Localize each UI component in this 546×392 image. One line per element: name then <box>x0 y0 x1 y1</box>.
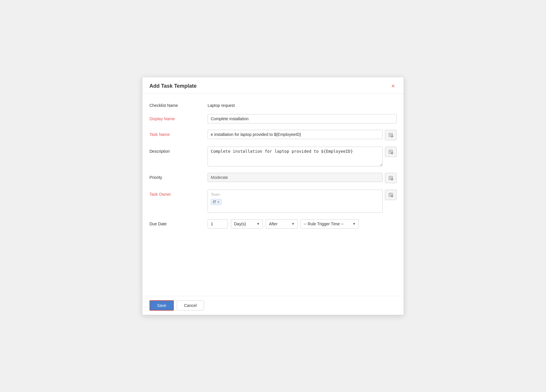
due-date-wrap: Day(s) Week(s) Month(s) ▼ After Before ▼ <box>208 219 397 229</box>
template-icon <box>388 175 393 181</box>
due-date-direction-wrap: After Before ▼ <box>266 219 298 229</box>
checklist-name-row: Checklist Name Laptop request <box>149 101 397 108</box>
task-owner-template-icon-btn[interactable] <box>385 190 397 200</box>
modal-header: Add Task Template × <box>142 77 404 94</box>
cancel-button[interactable]: Cancel <box>177 301 204 310</box>
template-icon <box>388 192 393 197</box>
due-date-row: Due Date Day(s) Week(s) Month(s) ▼ After… <box>149 219 397 229</box>
task-name-row: Task Name <box>149 130 397 140</box>
task-owner-wrap: Team IT × <box>208 190 397 213</box>
task-name-input[interactable] <box>208 130 383 139</box>
modal-title: Add Task Template <box>149 83 197 89</box>
task-name-template-icon-btn[interactable] <box>385 130 397 140</box>
due-date-direction-select[interactable]: After Before <box>266 219 298 229</box>
body-spacer <box>149 235 397 287</box>
display-name-row: Display Name <box>149 114 397 123</box>
description-row: Description Complete installation for la… <box>149 147 397 166</box>
due-date-label: Due Date <box>149 219 208 226</box>
checklist-name-label: Checklist Name <box>149 101 208 108</box>
display-name-input[interactable] <box>208 114 397 123</box>
task-name-wrap <box>208 130 397 140</box>
task-owner-label: Task Owner <box>149 190 208 197</box>
task-owner-row: Task Owner Team IT × <box>149 190 397 213</box>
due-date-trigger-wrap: -- Rule Trigger Time -- ▼ <box>301 219 359 229</box>
save-button[interactable]: Save <box>149 300 174 311</box>
description-wrap: Complete installation for laptop provide… <box>208 147 397 166</box>
description-label: Description <box>149 147 208 154</box>
close-button[interactable]: × <box>390 82 397 89</box>
template-icon <box>388 132 393 138</box>
display-name-wrap <box>208 114 397 123</box>
due-date-unit-select[interactable]: Day(s) Week(s) Month(s) <box>231 219 263 229</box>
priority-template-icon-btn[interactable] <box>385 173 397 183</box>
priority-label: Priority <box>149 173 208 180</box>
it-tag-label: IT <box>213 200 216 204</box>
modal-footer: Save Cancel <box>142 296 404 315</box>
modal-body: Checklist Name Laptop request Display Na… <box>142 94 404 296</box>
due-date-unit-wrap: Day(s) Week(s) Month(s) ▼ <box>231 219 263 229</box>
due-date-number-input[interactable] <box>208 219 228 229</box>
priority-input[interactable] <box>208 173 383 182</box>
it-tag[interactable]: IT × <box>211 199 222 205</box>
priority-wrap <box>208 173 397 183</box>
description-input[interactable]: Complete installation for laptop provide… <box>208 147 383 166</box>
task-name-label: Task Name <box>149 130 208 137</box>
display-name-label: Display Name <box>149 114 208 121</box>
priority-row: Priority <box>149 173 397 183</box>
checklist-name-value: Laptop request <box>208 101 235 108</box>
template-icon <box>388 149 393 154</box>
description-template-icon-btn[interactable] <box>385 147 397 157</box>
due-date-trigger-select[interactable]: -- Rule Trigger Time -- <box>301 219 359 229</box>
checklist-name-value-wrap: Laptop request <box>208 101 397 108</box>
task-owner-team-label: Team <box>211 192 379 197</box>
add-task-template-modal: Add Task Template × Checklist Name Lapto… <box>142 77 404 315</box>
task-owner-box[interactable]: Team IT × <box>208 190 383 213</box>
it-tag-remove-button[interactable]: × <box>217 200 220 204</box>
